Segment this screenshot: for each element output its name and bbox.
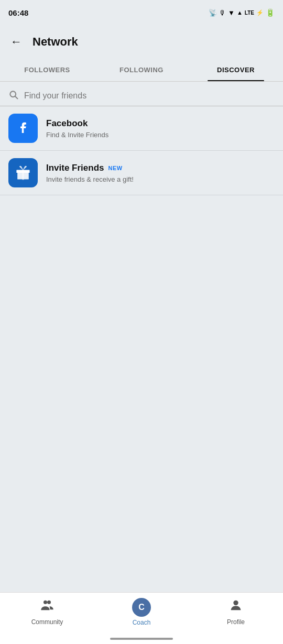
coach-icon: C xyxy=(132,598,151,617)
signal-icon: ▲ xyxy=(237,9,243,16)
page-title: Network xyxy=(32,35,78,49)
search-icon xyxy=(8,90,19,103)
invite-text: Invite Friends NEW Invite friends & rece… xyxy=(46,163,134,183)
svg-point-7 xyxy=(47,601,51,604)
nav-profile[interactable]: Profile xyxy=(189,598,283,626)
svg-point-6 xyxy=(43,601,47,604)
search-input[interactable] xyxy=(24,89,275,103)
coach-label: Coach xyxy=(133,619,151,626)
status-icons: 📡 🎙 ▼ ▲ LTE ⚡ 🔋 xyxy=(209,8,275,17)
tab-discover[interactable]: DISCOVER xyxy=(189,59,283,81)
tab-followers[interactable]: FOLLOWERS xyxy=(0,59,94,81)
facebook-text: Facebook Find & Invite Friends xyxy=(46,118,108,139)
invite-title: Invite Friends NEW xyxy=(46,163,134,173)
battery-icon: 🔋 xyxy=(266,8,275,17)
facebook-title: Facebook xyxy=(46,118,108,129)
lte-label: LTE xyxy=(245,10,254,16)
wifi-icon: ▼ xyxy=(228,9,235,17)
svg-point-8 xyxy=(233,601,238,605)
cast-icon: 📡 xyxy=(209,9,217,17)
tabs-bar: FOLLOWERS FOLLOWING DISCOVER xyxy=(0,59,283,82)
community-icon xyxy=(40,598,55,616)
community-label: Community xyxy=(31,618,63,626)
search-bar xyxy=(0,82,283,106)
tab-following[interactable]: FOLLOWING xyxy=(94,59,189,81)
status-time: 06:48 xyxy=(8,8,28,17)
nav-community[interactable]: Community xyxy=(0,598,94,626)
nav-coach[interactable]: C Coach xyxy=(94,598,189,626)
home-indicator xyxy=(110,638,173,640)
svg-rect-5 xyxy=(16,172,29,173)
profile-label: Profile xyxy=(227,618,245,626)
invite-subtitle: Invite friends & receive a gift! xyxy=(46,175,134,183)
back-button[interactable]: ← xyxy=(8,33,24,51)
facebook-icon xyxy=(8,114,38,143)
signal2-icon: ⚡ xyxy=(256,9,264,16)
mic-icon: 🎙 xyxy=(219,9,226,17)
invite-friends-item[interactable]: Invite Friends NEW Invite friends & rece… xyxy=(0,151,283,195)
profile-icon xyxy=(228,598,243,616)
status-bar: 06:48 📡 🎙 ▼ ▲ LTE ⚡ 🔋 xyxy=(0,0,283,25)
svg-line-1 xyxy=(15,96,18,98)
facebook-item[interactable]: Facebook Find & Invite Friends xyxy=(0,106,283,151)
svg-rect-4 xyxy=(22,170,24,180)
invite-icon xyxy=(8,158,38,187)
facebook-subtitle: Find & Invite Friends xyxy=(46,131,108,139)
new-badge: NEW xyxy=(108,165,123,171)
bottom-nav: Community C Coach Profile xyxy=(0,592,283,644)
header: ← Network xyxy=(0,25,283,59)
